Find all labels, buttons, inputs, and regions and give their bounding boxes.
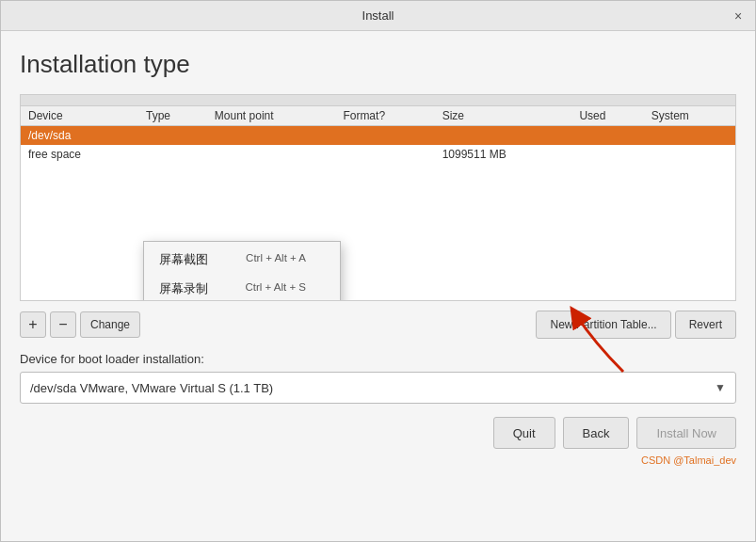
context-menu-label: 屏幕录制 (159, 282, 208, 295)
window-title: Install (362, 8, 394, 23)
cell-size: 1099511 MB (435, 145, 572, 164)
content-area: Installation type Device Type Mount poin… (1, 31, 755, 541)
back-button[interactable]: Back (563, 417, 630, 449)
context-menu-shortcut: Ctrl + Alt + S (245, 281, 306, 293)
context-menu-shortcut: Ctrl + Alt + A (246, 252, 306, 263)
dropdown-arrow-icon: ▼ (715, 381, 726, 394)
quit-button[interactable]: Quit (493, 417, 555, 449)
table-header-row: Device Type Mount point Format? Size Use… (21, 106, 735, 126)
table-row[interactable]: free space 1099511 MB (21, 145, 735, 164)
install-now-button[interactable]: Install Now (636, 417, 736, 449)
cell-device: /dev/sda (21, 126, 138, 146)
add-partition-button[interactable]: + (20, 311, 46, 338)
change-partition-button[interactable]: Change (80, 311, 140, 338)
col-format: Format? (335, 106, 434, 126)
col-system: System (644, 106, 735, 126)
col-type: Type (138, 106, 207, 126)
table-row[interactable]: /dev/sda (21, 126, 735, 146)
credits: CSDN @Talmai_dev (20, 454, 736, 466)
col-mount: Mount point (207, 106, 336, 126)
col-used: Used (571, 106, 643, 126)
partition-table: Device Type Mount point Format? Size Use… (21, 106, 735, 164)
col-size: Size (435, 106, 572, 126)
col-device: Device (21, 106, 138, 126)
page-title: Installation type (20, 50, 736, 79)
context-menu-item-record[interactable]: 屏幕录制 Ctrl + Alt + S (144, 275, 340, 301)
context-menu-label: 屏幕截图 (159, 253, 208, 266)
close-button[interactable]: × (729, 7, 748, 25)
cell-device: free space (21, 145, 138, 164)
context-menu: 屏幕截图 Ctrl + Alt + A 屏幕录制 Ctrl + Alt + S … (143, 241, 341, 301)
boot-loader-value: /dev/sda VMware, VMware Virtual S (1.1 T… (30, 381, 273, 395)
scrollbar[interactable] (21, 95, 735, 106)
action-row: Quit Back Install Now (20, 417, 736, 449)
context-menu-item-screenshot[interactable]: 屏幕截图 Ctrl + Alt + A (144, 246, 340, 275)
revert-button[interactable]: Revert (675, 311, 736, 339)
install-window: Install × Installation type Device Type … (0, 0, 756, 542)
partition-table-container[interactable]: Device Type Mount point Format? Size Use… (20, 94, 736, 301)
annotation-arrow (567, 306, 642, 381)
title-bar: Install × (1, 1, 755, 31)
remove-partition-button[interactable]: − (50, 311, 76, 338)
